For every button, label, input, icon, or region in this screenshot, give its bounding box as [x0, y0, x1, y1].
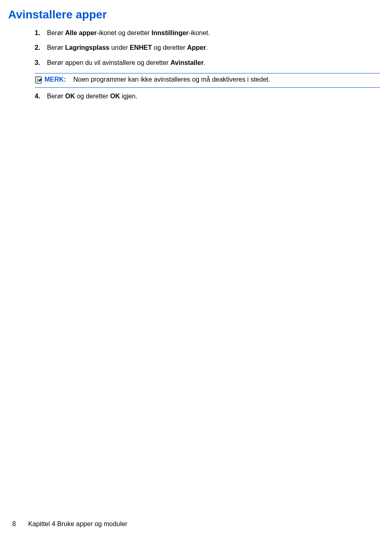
note-box: MERK: Noen programmer kan ikke avinstall…	[35, 73, 380, 88]
text-part: -ikonet og deretter	[97, 29, 151, 36]
text-part-bold: OK	[65, 93, 75, 100]
steps-list: 1. Berør Alle apper-ikonet og deretter I…	[35, 29, 380, 67]
text-part: igjen.	[120, 93, 138, 100]
step-text: Berør OK og deretter OK igjen.	[47, 92, 380, 101]
step-number: 3.	[35, 58, 47, 67]
text-part-bold: Avinstaller	[170, 59, 203, 66]
text-part: -ikonet.	[189, 29, 210, 36]
page-footer: 8 Kapittel 4 Bruke apper og moduler	[12, 520, 127, 528]
note-icon	[35, 76, 43, 84]
text-part: under	[109, 44, 130, 51]
text-part-bold: ENHET	[130, 44, 152, 51]
text-part: og deretter	[152, 44, 187, 51]
step-number: 2.	[35, 43, 47, 52]
note-label: MERK:	[45, 76, 66, 83]
text-part: Berør appen du vil avinstallere og deret…	[47, 59, 170, 66]
step-number: 1.	[35, 29, 47, 38]
text-part-bold: Lagringsplass	[65, 44, 109, 51]
step-number: 4.	[35, 92, 47, 101]
text-part-bold: Apper	[187, 44, 206, 51]
text-part: Berør	[47, 93, 65, 100]
text-part-bold: Innstillinger	[151, 29, 189, 36]
text-part: og deretter	[75, 93, 110, 100]
step-text: Berør appen du vil avinstallere og deret…	[47, 58, 380, 67]
step-text: Berør Alle apper-ikonet og deretter Inns…	[47, 29, 380, 38]
step-1: 1. Berør Alle apper-ikonet og deretter I…	[35, 29, 380, 38]
document-page: Avinstallere apper 1. Berør Alle apper-i…	[0, 0, 392, 540]
page-heading: Avinstallere apper	[8, 8, 380, 21]
step-4: 4. Berør OK og deretter OK igjen.	[35, 92, 380, 101]
text-part: Berør	[47, 29, 65, 36]
text-part: Berør	[47, 44, 65, 51]
text-part: .	[206, 44, 208, 51]
step-3: 3. Berør appen du vil avinstallere og de…	[35, 58, 380, 67]
page-number: 8	[12, 520, 16, 528]
steps-list-continued: 4. Berør OK og deretter OK igjen.	[35, 92, 380, 101]
text-part-bold: Alle apper	[65, 29, 96, 36]
chapter-title: Kapittel 4 Bruke apper og moduler	[28, 520, 127, 528]
text-part: .	[204, 59, 205, 66]
note-row: MERK: Noen programmer kan ikke avinstall…	[35, 76, 380, 84]
text-part-bold: OK	[110, 93, 120, 100]
step-text: Berør Lagringsplass under ENHET og deret…	[47, 43, 380, 52]
step-2: 2. Berør Lagringsplass under ENHET og de…	[35, 43, 380, 52]
note-text: Noen programmer kan ikke avinstalleres o…	[73, 76, 270, 83]
